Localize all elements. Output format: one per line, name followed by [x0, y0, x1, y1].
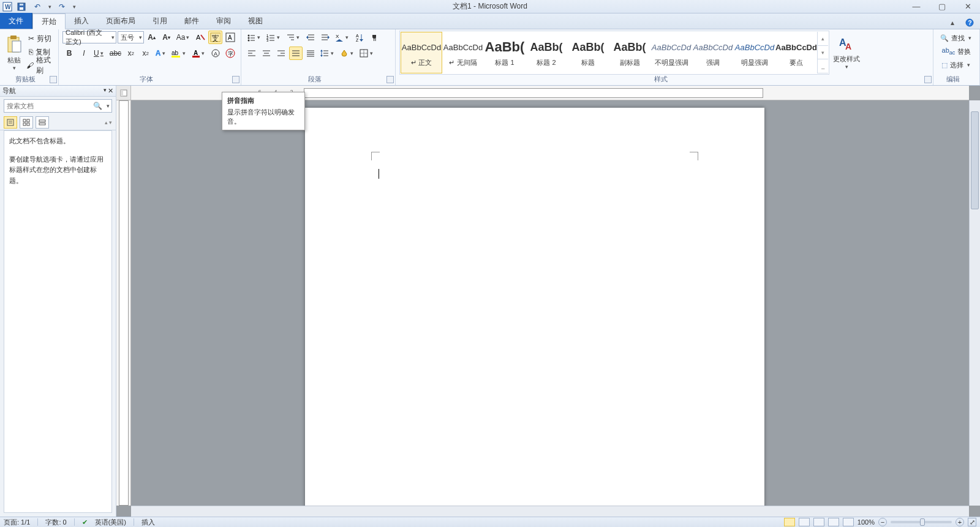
qat-customize[interactable]: ▾: [71, 4, 77, 10]
styles-launcher[interactable]: [924, 76, 932, 83]
tab-references[interactable]: 引用: [144, 13, 176, 29]
view-web-layout[interactable]: [813, 518, 824, 526]
view-full-screen[interactable]: [799, 518, 810, 526]
nav-dropdown-icon[interactable]: ▾: [104, 87, 107, 95]
clipboard-launcher[interactable]: [50, 76, 57, 83]
status-insert-mode[interactable]: 插入: [141, 518, 155, 527]
minimize-ribbon-icon[interactable]: ▴: [946, 16, 959, 29]
multilevel-list-button[interactable]: ▾: [284, 31, 303, 44]
tab-layout[interactable]: 页面布局: [97, 13, 144, 29]
decrease-indent-button[interactable]: [304, 31, 317, 44]
vertical-ruler[interactable]: [116, 100, 131, 506]
zoom-out-button[interactable]: −: [878, 518, 887, 526]
view-outline[interactable]: [828, 518, 839, 526]
tab-view[interactable]: 视图: [239, 13, 271, 29]
nav-tab-headings[interactable]: [4, 116, 17, 129]
numbering-button[interactable]: 123▾: [265, 31, 283, 44]
paragraph-launcher[interactable]: [386, 76, 394, 83]
save-icon[interactable]: [15, 2, 28, 12]
grow-font-button[interactable]: A▴: [145, 31, 159, 44]
page[interactable]: [305, 108, 764, 506]
style-item-intense-emphasis[interactable]: AaBbCcDd明显强调: [734, 32, 775, 73]
font-launcher[interactable]: [232, 76, 239, 83]
zoom-fit-button[interactable]: ⤢: [968, 518, 976, 526]
font-size-select[interactable]: 五号: [118, 31, 144, 43]
font-color-button[interactable]: A▾: [190, 47, 208, 60]
paste-button[interactable]: 粘贴 ▾: [4, 31, 24, 75]
nav-close-icon[interactable]: ✕: [108, 87, 113, 95]
nav-tab-results[interactable]: [36, 116, 49, 129]
zoom-in-button[interactable]: +: [956, 518, 964, 526]
help-icon[interactable]: ?: [963, 16, 976, 29]
status-words[interactable]: 字数: 0: [45, 518, 66, 527]
style-item-heading1[interactable]: AaBb(标题 1: [484, 32, 526, 73]
show-marks-button[interactable]: [368, 31, 381, 44]
view-draft[interactable]: [843, 518, 854, 526]
vertical-scrollbar[interactable]: [969, 100, 980, 506]
shrink-font-button[interactable]: A▾: [160, 31, 173, 44]
gallery-scroll[interactable]: ▴▾⎯: [817, 32, 828, 73]
nav-prev-icon[interactable]: ▴: [105, 119, 108, 125]
tab-home[interactable]: 开始: [32, 13, 66, 29]
enclose-characters-button[interactable]: 字: [224, 47, 237, 60]
distributed-button[interactable]: [304, 47, 317, 60]
character-border-button[interactable]: A: [224, 31, 237, 44]
search-dropdown-icon[interactable]: ▾: [107, 103, 110, 109]
file-tab[interactable]: 文件: [0, 13, 32, 29]
proofing-icon[interactable]: ✔: [82, 518, 88, 526]
character-shading-button[interactable]: A: [209, 47, 222, 60]
find-button[interactable]: 🔍查找▾: [937, 32, 976, 44]
close-button[interactable]: ✕: [959, 2, 976, 11]
minimize-button[interactable]: —: [908, 2, 925, 11]
justify-button[interactable]: [289, 47, 303, 60]
line-spacing-button[interactable]: ▾: [318, 47, 337, 60]
change-styles-button[interactable]: AA 更改样式 ▾: [832, 31, 861, 75]
shading-button[interactable]: ▾: [338, 47, 356, 60]
underline-button[interactable]: U▾: [92, 47, 107, 60]
tab-review[interactable]: 审阅: [208, 13, 239, 29]
cut-button[interactable]: ✂剪切: [24, 32, 55, 45]
tab-mailings[interactable]: 邮件: [176, 13, 208, 29]
style-item-subtitle[interactable]: AaBb(副标题: [609, 32, 650, 73]
phonetic-guide-button[interactable]: wén文: [208, 31, 222, 44]
search-icon[interactable]: 🔍: [93, 102, 102, 110]
scrollbar-thumb[interactable]: [971, 111, 979, 209]
change-case-button[interactable]: Aa▾: [175, 31, 192, 44]
maximize-button[interactable]: ▢: [933, 2, 951, 11]
subscript-button[interactable]: x2: [124, 47, 138, 60]
font-name-select[interactable]: Calibri (西文正文): [62, 31, 116, 43]
format-painter-button[interactable]: 🖌格式刷: [24, 59, 55, 72]
bullets-button[interactable]: ▾: [245, 31, 263, 44]
zoom-slider-knob[interactable]: [920, 518, 925, 526]
sort-button[interactable]: AZ: [353, 31, 366, 44]
status-language[interactable]: 英语(美国): [95, 518, 126, 527]
view-print-layout[interactable]: [784, 518, 795, 526]
redo-icon[interactable]: ↷: [55, 2, 69, 12]
bold-button[interactable]: B: [62, 47, 76, 60]
zoom-slider[interactable]: [891, 521, 952, 523]
undo-dropdown[interactable]: ▾: [47, 4, 53, 10]
style-item-subtle-emphasis[interactable]: AaBbCcDd不明显强调: [650, 32, 692, 73]
style-item-heading2[interactable]: AaBb(标题 2: [526, 32, 567, 73]
ruler-corner[interactable]: [116, 86, 131, 100]
align-center-button[interactable]: [260, 47, 273, 60]
select-button[interactable]: ⬚选择▾: [937, 59, 976, 71]
style-item-title[interactable]: AaBb(标题: [567, 32, 609, 73]
nav-tab-pages[interactable]: [20, 116, 33, 129]
nav-next-icon[interactable]: ▾: [109, 119, 112, 125]
tab-insert[interactable]: 插入: [66, 13, 97, 29]
style-item-nospacing[interactable]: AaBbCcDd↵ 无间隔: [442, 32, 484, 73]
horizontal-scrollbar[interactable]: [131, 506, 969, 517]
clear-formatting-button[interactable]: A: [194, 31, 207, 44]
style-item-normal[interactable]: AaBbCcDd↵ 正文: [401, 32, 442, 73]
document-canvas[interactable]: [131, 100, 969, 506]
italic-button[interactable]: I: [77, 47, 91, 60]
superscript-button[interactable]: x2: [139, 47, 153, 60]
zoom-value[interactable]: 100%: [858, 518, 875, 526]
highlight-button[interactable]: ab▾: [170, 47, 189, 60]
asian-layout-button[interactable]: X▾: [333, 31, 352, 44]
strikethrough-button[interactable]: abc: [108, 47, 123, 60]
style-item-strong[interactable]: AaBbCcDd要点: [775, 32, 817, 73]
status-page[interactable]: 页面: 1/1: [4, 518, 30, 527]
undo-icon[interactable]: ↶: [31, 2, 44, 12]
